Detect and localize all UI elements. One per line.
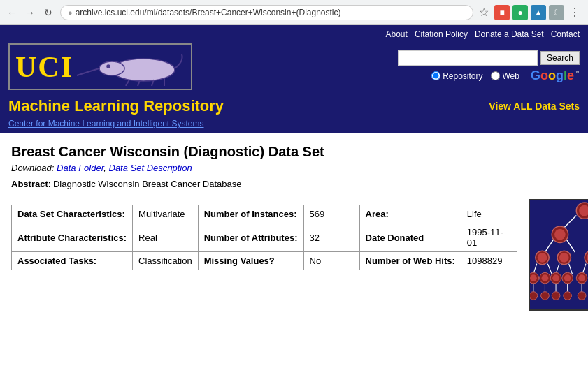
lock-icon: ● (68, 8, 73, 17)
table-value-cell: No (303, 252, 359, 270)
table-container: Data Set Characteristics: Multivariate N… (11, 199, 517, 270)
abstract-text: Diagnostic Wisconsin Breast Cancer Datab… (53, 179, 242, 189)
content-row: Data Set Characteristics: Multivariate N… (11, 199, 577, 311)
site-header: About Citation Policy Donate a Data Set … (0, 25, 588, 133)
address-bar[interactable]: ● archive.ics.uci.edu/ml/datasets/Breast… (60, 5, 473, 20)
radio-repository-input[interactable] (431, 71, 440, 80)
table-value-cell: Real (133, 223, 199, 252)
dataset-title: Breast Cancer Wisconsin (Diagnostic) Dat… (11, 144, 577, 160)
header-content: UCI (0, 39, 588, 94)
abstract-label: Abstract (11, 179, 48, 189)
svg-point-63 (530, 292, 538, 300)
svg-point-21 (538, 253, 547, 263)
svg-point-37 (530, 274, 537, 281)
dataset-image (529, 199, 588, 311)
view-all-link[interactable]: View ALL Data Sets (489, 101, 580, 112)
search-button[interactable]: Search (540, 51, 580, 65)
ext-icon-2[interactable]: ● (512, 5, 528, 20)
table-row: Associated Tasks: Classification Missing… (12, 252, 517, 270)
title-bar: Machine Learning Repository View ALL Dat… (0, 94, 588, 117)
about-link[interactable]: About (386, 29, 408, 39)
subtitle-link[interactable]: Center for Machine Learning and Intellig… (8, 119, 204, 128)
table-row: Data Set Characteristics: Multivariate N… (12, 205, 517, 223)
ext-icon-3[interactable]: ▲ (531, 5, 546, 20)
forward-button[interactable]: → (24, 6, 36, 19)
table-label-cell: Number of Web Hits: (359, 252, 461, 270)
uci-logo: UCI (8, 43, 192, 90)
table-label-cell: Associated Tasks: (12, 252, 133, 270)
table-label-cell: Number of Attributes: (198, 223, 303, 252)
table-label-cell: Area: (359, 205, 461, 223)
info-table: Data Set Characteristics: Multivariate N… (11, 205, 517, 270)
svg-point-67 (578, 292, 586, 300)
svg-line-2 (126, 80, 129, 86)
svg-point-66 (564, 292, 572, 300)
search-row: Search (398, 50, 580, 66)
ext-icon-4[interactable]: ☾ (549, 5, 564, 20)
table-value-cell: Multivariate (133, 205, 199, 223)
radio-repository-label: Repository (443, 71, 482, 81)
top-nav: About Citation Policy Donate a Data Set … (0, 25, 588, 39)
table-row: Attribute Characteristics: Real Number o… (12, 223, 517, 252)
uci-text: UCI (15, 52, 73, 82)
main-content: Breast Cancer Wisconsin (Diagnostic) Dat… (0, 133, 588, 322)
svg-point-6 (107, 65, 110, 68)
table-value-cell: 32 (303, 223, 359, 252)
google-logo: Google™ (531, 68, 580, 83)
tree-visualization (530, 200, 588, 309)
download-prefix: Download: (11, 163, 54, 173)
table-value-cell: 1098829 (461, 252, 517, 270)
anteater-logo (73, 47, 185, 86)
data-folder-link[interactable]: Data Folder (57, 163, 103, 173)
svg-point-43 (564, 274, 571, 281)
table-value-cell: 569 (303, 205, 359, 223)
table-label-cell: Date Donated (359, 223, 461, 252)
svg-point-13 (554, 229, 566, 240)
svg-point-39 (541, 274, 548, 281)
citation-policy-link[interactable]: Citation Policy (415, 29, 468, 39)
svg-point-45 (578, 274, 585, 281)
radio-web[interactable]: Web (491, 71, 519, 81)
radio-web-input[interactable] (491, 71, 500, 80)
table-label-cell: Number of Instances: (198, 205, 303, 223)
back-button[interactable]: ← (6, 6, 18, 19)
donate-link[interactable]: Donate a Data Set (475, 29, 544, 39)
search-input[interactable] (398, 50, 538, 66)
url-text: archive.ics.uci.edu/ml/datasets/Breast+C… (76, 8, 341, 17)
svg-point-23 (559, 253, 569, 263)
table-label-cell: Data Set Characteristics: (12, 205, 133, 223)
radio-web-label: Web (502, 71, 519, 81)
browser-icons: ■ ● ▲ ☾ ⋮ (494, 5, 582, 20)
table-value-cell: 1995-11-01 (461, 223, 517, 252)
table-value-cell: Life (461, 205, 517, 223)
data-desc-link[interactable]: Data Set Description (109, 163, 192, 173)
contact-link[interactable]: Contact (551, 29, 580, 39)
refresh-button[interactable]: ↻ (42, 6, 55, 19)
search-area: Search Repository Web Google™ (398, 50, 580, 83)
svg-point-64 (540, 292, 549, 300)
menu-button[interactable]: ⋮ (567, 5, 582, 20)
svg-point-1 (99, 61, 124, 75)
abstract-line: Abstract: Diagnostic Wisconsin Breast Ca… (11, 179, 577, 189)
browser-chrome: ← → ↻ ● archive.ics.uci.edu/ml/datasets/… (0, 0, 588, 25)
download-line: Download: Data Folder, Data Set Descript… (11, 163, 577, 173)
table-label-cell: Attribute Characteristics: (12, 223, 133, 252)
table-label-cell: Missing Values? (198, 252, 303, 270)
radio-row: Repository Web Google™ (431, 68, 580, 83)
radio-repository[interactable]: Repository (431, 71, 482, 81)
svg-point-41 (552, 274, 559, 281)
subtitle-bar: Center for Machine Learning and Intellig… (0, 117, 588, 133)
bookmark-icon[interactable]: ☆ (479, 6, 489, 19)
ext-icon-1[interactable]: ■ (494, 5, 510, 20)
table-value-cell: Classification (133, 252, 199, 270)
ml-title: Machine Learning Repository (8, 97, 224, 115)
svg-point-65 (552, 292, 560, 300)
